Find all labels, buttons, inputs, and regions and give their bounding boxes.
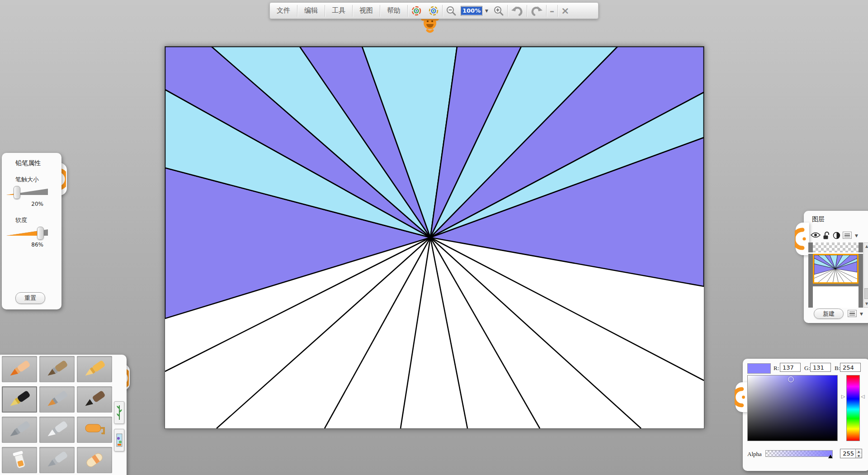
color-cursor[interactable] <box>788 376 794 382</box>
color-picker-panel: R: 137 G: 131 B: 254 ▷ ◁ Alpha 255 ▲▼ <box>743 359 868 471</box>
tool-pencil[interactable] <box>2 356 37 382</box>
layer-item-above[interactable] <box>808 242 863 252</box>
layer-list-scrollbar[interactable]: ▲ ▼ <box>863 242 868 308</box>
tool-paint-tube[interactable] <box>2 447 37 473</box>
new-layer-menu-button[interactable] <box>848 310 857 317</box>
charcoal-icon <box>43 358 71 380</box>
tool-airbrush[interactable] <box>2 417 37 443</box>
scroll-up-icon[interactable]: ▲ <box>864 244 868 248</box>
close-button[interactable]: × <box>558 3 572 18</box>
red-input[interactable]: 137 <box>780 363 801 372</box>
undo-button[interactable] <box>508 3 527 18</box>
saturation-value-box[interactable] <box>747 375 838 441</box>
alpha-slider-marker[interactable] <box>828 455 833 458</box>
zoom-dropdown-icon[interactable]: ▼ <box>483 9 490 13</box>
hue-marker-left-icon[interactable]: ▷ <box>841 394 845 399</box>
lock-open-icon <box>823 232 830 240</box>
layer-thumbnail <box>813 242 859 252</box>
tool-paint-roller[interactable] <box>77 417 112 443</box>
quill-icon <box>43 449 71 471</box>
plant-brush-button[interactable] <box>114 401 124 424</box>
tool-quill[interactable] <box>39 447 75 473</box>
layer-item-below[interactable] <box>808 286 863 308</box>
tool-eraser[interactable] <box>77 447 112 473</box>
softness-handle[interactable] <box>37 227 44 240</box>
layers-panel-grip[interactable] <box>796 223 809 255</box>
spin-up-icon[interactable]: ▲ <box>856 449 862 454</box>
layer-menu-dropdown-icon[interactable]: ▼ <box>853 233 860 238</box>
softness-slider[interactable] <box>6 226 48 240</box>
pencil-panel-title: 铅笔属性 <box>15 159 41 167</box>
ink-brush-icon <box>81 389 108 410</box>
clown-face-icon <box>411 5 422 16</box>
main-toolbar: 文件 编辑 工具 视图 帮助 100% ▼ <box>269 2 599 19</box>
starburst-artwork <box>165 47 704 428</box>
brush-size-handle[interactable] <box>14 186 20 199</box>
opacity-icon <box>833 232 840 239</box>
grip-icon <box>735 385 745 409</box>
layer-menu-button[interactable] <box>843 232 852 239</box>
menu-help[interactable]: 帮助 <box>380 3 407 18</box>
red-label: R: <box>774 365 779 372</box>
menu-file[interactable]: 文件 <box>270 3 297 18</box>
brush-size-label: 笔触大小 <box>15 176 39 184</box>
layer-lock-button[interactable] <box>823 232 830 242</box>
current-color-swatch <box>747 363 771 374</box>
alpha-gradient <box>766 451 832 456</box>
tool-fountain-pen[interactable] <box>2 386 37 413</box>
layer-visibility-button[interactable] <box>811 232 821 240</box>
green-input[interactable]: 131 <box>810 363 831 372</box>
blue-label: B: <box>835 365 840 372</box>
alpha-spin-arrows[interactable]: ▲▼ <box>855 449 862 458</box>
alpha-slider[interactable] <box>765 450 833 457</box>
layer-thumb-art <box>814 255 857 282</box>
tool-palette-knife[interactable] <box>39 417 75 443</box>
pencil-properties-panel: 铅笔属性 笔触大小 20% 软度 86% 重置 <box>2 153 61 309</box>
new-layer-button[interactable]: 新建 <box>814 309 844 319</box>
pattern-brush-button[interactable] <box>114 429 124 451</box>
tool-crayon[interactable] <box>77 356 112 382</box>
magnifier-minus-icon <box>446 5 457 16</box>
undo-arrow-icon <box>511 5 524 16</box>
color-panel-grip[interactable] <box>736 382 748 412</box>
redo-arrow-icon <box>530 5 543 16</box>
clown-face-icon[interactable] <box>408 3 425 18</box>
blue-input[interactable]: 254 <box>840 363 861 372</box>
scroll-down-icon[interactable]: ▼ <box>864 302 868 306</box>
layers-panel: 图层 ▼ ▲ ▼ <box>804 211 868 323</box>
minimize-button[interactable]: – <box>547 3 557 18</box>
drawing-canvas[interactable] <box>165 46 704 429</box>
hue-bar[interactable] <box>846 375 860 441</box>
redo-button[interactable] <box>527 3 546 18</box>
paint-roller-icon <box>81 419 108 441</box>
layer-item-selected[interactable] <box>808 254 863 286</box>
menu-view[interactable]: 视图 <box>353 3 380 18</box>
clown-face-alt-icon[interactable] <box>425 3 442 18</box>
magnifier-plus-icon <box>493 5 504 16</box>
zoom-out-button[interactable] <box>443 3 460 18</box>
alpha-spinner[interactable]: 255 ▲▼ <box>840 449 862 458</box>
zoom-level-field[interactable]: 100% <box>460 3 483 18</box>
hue-marker-right-icon[interactable]: ◁ <box>861 394 864 399</box>
layer-opacity-button[interactable] <box>833 232 840 241</box>
zoom-in-button[interactable] <box>490 3 507 18</box>
menu-tools[interactable]: 工具 <box>325 3 352 18</box>
scrollbar-thumb[interactable] <box>864 288 868 299</box>
alpha-label: Alpha <box>747 451 762 458</box>
brush-size-track <box>6 185 48 199</box>
spin-down-icon[interactable]: ▼ <box>856 454 862 458</box>
tool-ink-brush[interactable] <box>77 386 112 413</box>
menu-edit[interactable]: 编辑 <box>297 3 325 18</box>
brush-size-slider[interactable] <box>6 185 48 199</box>
brush-size-value: 20% <box>15 201 43 207</box>
zoom-level-input[interactable]: 100% <box>461 6 482 16</box>
reset-button[interactable]: 重置 <box>15 292 45 304</box>
green-label: G: <box>804 365 810 372</box>
tool-charcoal[interactable] <box>39 356 75 382</box>
tool-flat-brush[interactable] <box>39 386 75 413</box>
eye-icon <box>811 232 821 238</box>
palette-knife-icon <box>43 419 71 441</box>
new-layer-dropdown-icon[interactable]: ▼ <box>858 312 865 316</box>
pattern-brush-icon <box>116 431 123 449</box>
tool-palette-panel <box>0 355 127 475</box>
